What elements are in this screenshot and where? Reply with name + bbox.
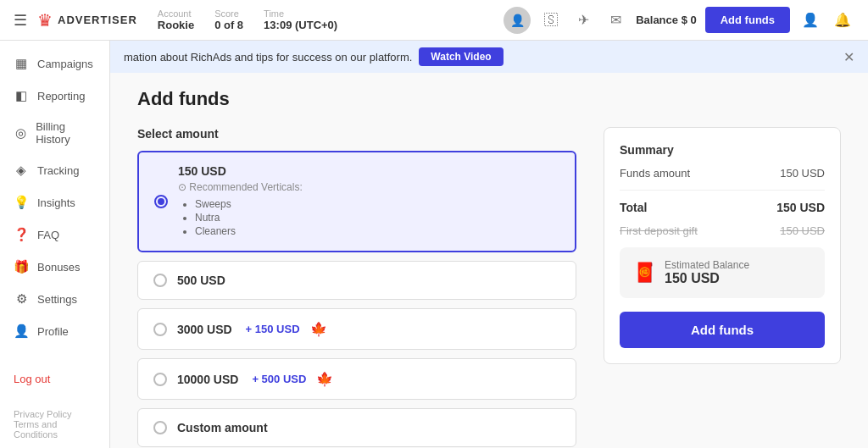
amount-label-150: 150 USD bbox=[178, 164, 303, 178]
hamburger-icon[interactable]: ☰ bbox=[14, 11, 27, 30]
time-group: Time 13:09 (UTC+0) bbox=[264, 8, 337, 31]
privacy-policy-link[interactable]: Privacy Policy bbox=[14, 409, 96, 419]
add-funds-topbar-button[interactable]: Add funds bbox=[705, 7, 790, 33]
est-value: 150 USD bbox=[665, 271, 749, 286]
notification-bar: mation about RichAds and tips for succes… bbox=[110, 41, 868, 73]
amount-option-10000[interactable]: 10000 USD + 500 USD 🍁 bbox=[137, 358, 576, 400]
gift-value: 150 USD bbox=[780, 224, 825, 237]
recommended-item: Sweeps bbox=[195, 198, 303, 210]
page-title: Add funds bbox=[137, 88, 841, 110]
account-group: Account Rookie bbox=[158, 8, 194, 31]
radio-500[interactable] bbox=[153, 274, 167, 287]
amount-label-3000: 3000 USD bbox=[177, 323, 232, 336]
watch-video-button[interactable]: Watch Video bbox=[419, 47, 503, 66]
close-notif-icon[interactable]: ✕ bbox=[843, 49, 854, 65]
sidebar-item-bonuses[interactable]: 🎁 Bonuses bbox=[0, 251, 109, 283]
amount-option-3000[interactable]: 3000 USD + 150 USD 🍁 bbox=[137, 308, 576, 350]
select-amount-title: Select amount bbox=[137, 127, 576, 141]
amount-option-500[interactable]: 500 USD bbox=[137, 261, 576, 300]
gift-row: First deposit gift 150 USD bbox=[620, 224, 825, 237]
sidebar-item-insights[interactable]: 💡 Insights bbox=[0, 186, 109, 218]
recommended-item: Cleaners bbox=[195, 225, 303, 237]
user-icon[interactable]: 👤 bbox=[798, 8, 822, 32]
summary-title: Summary bbox=[620, 143, 825, 157]
recommended-list: Sweeps Nutra Cleaners bbox=[178, 196, 303, 239]
recommended-icon: ⊙ bbox=[178, 181, 186, 193]
sidebar-item-label: Profile bbox=[37, 325, 69, 338]
main-content: Add funds Select amount 150 USD ⊙ Recomm… bbox=[110, 68, 868, 448]
profile-icon: 👤 bbox=[14, 324, 29, 339]
funds-value: 150 USD bbox=[780, 167, 825, 180]
sidebar-item-campaigns[interactable]: ▦ Campaigns bbox=[0, 47, 109, 80]
settings-icon: ⚙ bbox=[14, 291, 29, 307]
radio-10000[interactable] bbox=[153, 373, 167, 386]
account-label: Account bbox=[158, 8, 194, 19]
score-label: Score bbox=[214, 8, 243, 19]
est-label: Estimated Balance bbox=[665, 259, 749, 271]
summary-box: Summary Funds amount 150 USD Total 150 U… bbox=[604, 127, 841, 364]
amount-label-custom: Custom amount bbox=[177, 421, 268, 434]
telegram-icon[interactable]: ✈ bbox=[571, 8, 595, 32]
left-panel: Select amount 150 USD ⊙ Recommended Vert… bbox=[137, 127, 576, 448]
tracking-icon: ◈ bbox=[14, 163, 29, 178]
sidebar-item-label: FAQ bbox=[37, 229, 59, 241]
amount-option-150[interactable]: 150 USD ⊙ Recommended Verticals: Sweeps … bbox=[137, 151, 576, 252]
sidebar: ▦ Campaigns ◧ Reporting ◎ Billing Histor… bbox=[0, 41, 110, 448]
sidebar-item-label: Billing History bbox=[36, 120, 96, 146]
recommended-label: ⊙ Recommended Verticals: bbox=[178, 181, 303, 193]
sidebar-item-label: Bonuses bbox=[37, 261, 81, 274]
sidebar-item-settings[interactable]: ⚙ Settings bbox=[0, 283, 109, 315]
campaigns-icon: ▦ bbox=[14, 56, 29, 71]
account-value: Rookie bbox=[158, 19, 194, 31]
time-value: 13:09 (UTC+0) bbox=[264, 19, 337, 31]
email-icon[interactable]: ✉ bbox=[604, 8, 627, 32]
billing-icon: ◎ bbox=[14, 125, 27, 141]
radio-150[interactable] bbox=[154, 195, 168, 208]
radio-3000[interactable] bbox=[153, 323, 167, 336]
terms-link[interactable]: Terms and Conditions bbox=[14, 419, 96, 440]
logout-button[interactable]: Log out bbox=[0, 364, 109, 394]
sidebar-footer: Privacy Policy Terms and Conditions bbox=[0, 401, 109, 448]
add-funds-main-button[interactable]: Add funds bbox=[620, 312, 825, 348]
logo: ♛ ADVERTISER bbox=[37, 10, 137, 30]
sidebar-item-label: Tracking bbox=[37, 164, 79, 177]
total-value: 150 USD bbox=[776, 201, 825, 214]
avatar[interactable]: 👤 bbox=[504, 7, 531, 34]
sidebar-item-label: Campaigns bbox=[37, 58, 93, 70]
amount-label-10000: 10000 USD bbox=[177, 373, 238, 386]
est-content: Estimated Balance 150 USD bbox=[665, 259, 749, 286]
sidebar-item-label: Settings bbox=[37, 293, 77, 306]
bonus-10000: + 500 USD bbox=[252, 373, 306, 385]
sidebar-item-faq[interactable]: ❓ FAQ bbox=[0, 218, 109, 251]
reporting-icon: ◧ bbox=[14, 88, 29, 103]
amount-option-custom[interactable]: Custom amount bbox=[137, 408, 576, 447]
time-label: Time bbox=[264, 8, 337, 19]
bonus-3000: + 150 USD bbox=[246, 323, 300, 335]
sidebar-item-profile[interactable]: 👤 Profile bbox=[0, 315, 109, 347]
est-icon: 🧧 bbox=[633, 262, 656, 284]
content-grid: Select amount 150 USD ⊙ Recommended Vert… bbox=[137, 127, 841, 448]
bonus-emoji-3000: 🍁 bbox=[310, 321, 327, 337]
logo-icon: ♛ bbox=[37, 10, 53, 30]
sidebar-item-tracking[interactable]: ◈ Tracking bbox=[0, 154, 109, 186]
sidebar-item-label: Insights bbox=[37, 196, 75, 209]
radio-custom[interactable] bbox=[153, 421, 167, 434]
total-label: Total bbox=[620, 201, 647, 214]
estimated-balance-box: 🧧 Estimated Balance 150 USD bbox=[620, 247, 825, 298]
right-panel: Summary Funds amount 150 USD Total 150 U… bbox=[604, 127, 841, 364]
topbar: ☰ ♛ ADVERTISER Account Rookie Score 0 of… bbox=[0, 0, 868, 41]
amount-label-500: 500 USD bbox=[177, 274, 225, 287]
notifications-icon[interactable]: 🔔 bbox=[831, 8, 854, 32]
notif-text: mation about RichAds and tips for succes… bbox=[124, 51, 412, 64]
skype-icon[interactable]: 🇸 bbox=[539, 8, 563, 32]
total-row: Total 150 USD bbox=[620, 190, 825, 214]
topbar-meta: Account Rookie Score 0 of 8 Time 13:09 (… bbox=[158, 8, 504, 31]
bonuses-icon: 🎁 bbox=[14, 259, 29, 274]
sidebar-item-reporting[interactable]: ◧ Reporting bbox=[0, 80, 109, 112]
funds-row: Funds amount 150 USD bbox=[620, 167, 825, 180]
bonus-emoji-10000: 🍁 bbox=[316, 371, 333, 387]
sidebar-item-billing[interactable]: ◎ Billing History bbox=[0, 112, 109, 154]
logo-text: ADVERTISER bbox=[58, 14, 137, 26]
sidebar-item-label: Reporting bbox=[37, 90, 85, 102]
topbar-actions: 👤 🇸 ✈ ✉ Balance $ 0 Add funds 👤 🔔 bbox=[504, 7, 854, 34]
